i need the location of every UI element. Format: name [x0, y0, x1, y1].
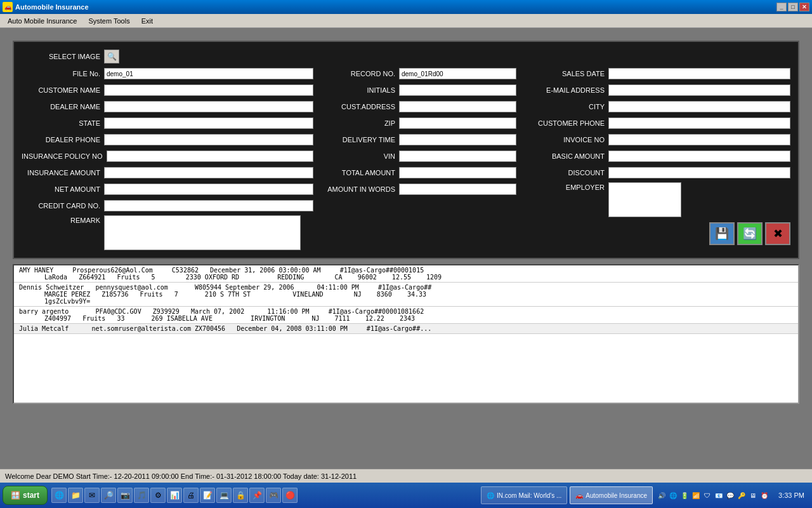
tray-icon-5[interactable]: 🛡	[702, 490, 712, 500]
title-bar-left: 🚗 Automobile Insurance	[3, 2, 89, 12]
taskbar: 🪟 start 🌐 📁 ✉ 🔎 📷 🎵 ⚙ 📊 🖨 📝 💻 🔒 📌 🎮 🔴 🌐 …	[0, 483, 812, 508]
menu-item-exit[interactable]: Exit	[136, 16, 158, 26]
delivery-time-input[interactable]	[399, 134, 516, 145]
credit-card-no-input[interactable]	[104, 200, 313, 211]
customer-phone-input[interactable]	[608, 117, 790, 129]
delivery-time-label: DELIVERY TIME	[323, 136, 399, 144]
tray-icon-6[interactable]: 📧	[714, 490, 724, 500]
taskbar-icon-11[interactable]: 💻	[216, 488, 232, 503]
amount-in-words-input[interactable]	[399, 184, 516, 195]
window-title: Automobile Insurance	[15, 3, 89, 11]
email-address-row: E-MAIL ADDRESS	[526, 83, 790, 97]
tray-icon-1[interactable]: 🔊	[657, 490, 667, 500]
record-no-input[interactable]	[399, 68, 516, 79]
dealer-phone-input[interactable]	[104, 134, 313, 145]
invoice-no-row: INVOICE NO	[526, 133, 790, 147]
maximize-button[interactable]: □	[788, 3, 798, 11]
taskbar-icon-10[interactable]: 📝	[200, 488, 215, 503]
data-grid-wrapper: AMY HANEY Prosperous626@Aol.Com C532862 …	[13, 264, 799, 404]
tray-icon-3[interactable]: 🔋	[679, 490, 690, 500]
tray-icon-8[interactable]: 🔑	[737, 490, 747, 500]
total-amount-input[interactable]	[399, 167, 516, 178]
taskbar-icon-14[interactable]: 🎮	[266, 488, 281, 503]
dealer-name-row: DEALER NAME	[22, 100, 313, 114]
taskbar-icon-3[interactable]: ✉	[84, 488, 100, 503]
refresh-button[interactable]: 🔄	[737, 222, 763, 245]
insurance-policy-no-input[interactable]	[107, 150, 313, 162]
table-row[interactable]: Julia Metcalf net.somruser@alterista.com…	[14, 324, 798, 334]
initials-input[interactable]	[399, 84, 516, 96]
menu-item-auto-mobile-insurance[interactable]: Auto Mobile Insurance	[3, 16, 82, 26]
save-button[interactable]: 💾	[709, 222, 735, 245]
insurance-amount-input[interactable]	[104, 167, 313, 178]
city-label: CITY	[526, 103, 608, 110]
file-no-input[interactable]	[104, 68, 313, 79]
tray-icon-7[interactable]: 💬	[725, 490, 735, 500]
title-bar-controls: _ □ ✕	[776, 3, 809, 11]
minimize-button[interactable]: _	[776, 3, 787, 11]
zip-label: ZIP	[323, 119, 399, 127]
form-column-1: FILE No. CUSTOMER NAME DEALER NAME STATE	[22, 67, 313, 250]
data-grid-scroll[interactable]: AMY HANEY Prosperous626@Aol.Com C532862 …	[13, 264, 799, 404]
insurance-amount-label: INSURANCE AMOUNT	[22, 169, 104, 177]
taskbar-icon-1[interactable]: 🌐	[51, 488, 67, 503]
tray-icon-10[interactable]: ⏰	[759, 490, 769, 500]
vin-label: VIN	[323, 152, 399, 160]
insurance-policy-no-label: INSURANCE POLICY NO	[22, 152, 107, 160]
table-row[interactable]: AMY HANEY Prosperous626@Aol.Com C532862 …	[14, 265, 798, 283]
total-amount-row: TOTAL AMOUNT	[323, 166, 516, 180]
start-button[interactable]: 🪟 start	[3, 486, 48, 505]
taskbar-icon-12[interactable]: 🔒	[233, 488, 248, 503]
taskbar-icon-6[interactable]: 🎵	[134, 488, 149, 503]
zip-input[interactable]	[399, 117, 516, 129]
taskbar-icon-13[interactable]: 📌	[249, 488, 265, 503]
state-input[interactable]	[104, 117, 313, 129]
tray-icon-2[interactable]: 🌐	[668, 490, 678, 500]
discount-label: DISCOUNT	[526, 169, 608, 177]
customer-phone-row: CUSTOMER PHONE	[526, 116, 790, 130]
taskbar-icon-7[interactable]: ⚙	[150, 488, 166, 503]
taskbar-icon-5[interactable]: 📷	[117, 488, 133, 503]
credit-card-no-row: CREDIT CARD NO.	[22, 199, 313, 213]
tray-icon-4[interactable]: 📶	[691, 490, 701, 500]
discount-input[interactable]	[608, 167, 790, 178]
taskbar-icon-9[interactable]: 🖨	[183, 488, 199, 503]
remark-textarea[interactable]	[104, 215, 301, 250]
close-button[interactable]: ✖	[765, 222, 790, 245]
invoice-no-input[interactable]	[608, 134, 790, 145]
form-panel: SELECT IMAGE 🔍 FILE No. CUSTOMER NAME	[13, 41, 799, 259]
dealer-name-input[interactable]	[104, 101, 313, 112]
table-row[interactable]: barry argento PFA0@CDC.GOV Z939929 March…	[14, 307, 798, 324]
taskbar-icon-15[interactable]: 🔴	[282, 488, 298, 503]
remark-row: REMARK	[22, 215, 313, 250]
status-bar: Welcome Dear DEMO Start Time:- 12-20-201…	[0, 469, 812, 483]
menu-item-system-tools[interactable]: System Tools	[83, 16, 134, 26]
state-label: STATE	[22, 119, 104, 127]
total-amount-label: TOTAL AMOUNT	[323, 169, 399, 177]
amount-in-words-label: AMOUNT IN WORDS	[323, 185, 399, 193]
vin-input[interactable]	[399, 150, 516, 162]
taskbar-app-automobile[interactable]: 🚗 Automobile Insurance	[570, 486, 653, 504]
table-row[interactable]: Dennis Schweitzer pennysquest@aol.com W8…	[14, 283, 798, 307]
taskbar-apps: 🌐 IN.com Mail: World's ... 🚗 Automobile …	[481, 486, 653, 504]
city-input[interactable]	[608, 101, 790, 112]
taskbar-icon-4[interactable]: 🔎	[101, 488, 116, 503]
tray-icon-9[interactable]: 🖥	[748, 490, 758, 500]
taskbar-app-incom[interactable]: 🌐 IN.com Mail: World's ...	[481, 486, 567, 504]
sales-date-input[interactable]	[608, 68, 790, 79]
customer-name-input[interactable]	[104, 84, 313, 96]
basic-amount-input[interactable]	[608, 150, 790, 162]
taskbar-icon-8[interactable]: 📊	[167, 488, 182, 503]
initials-row: INITIALS	[323, 83, 516, 97]
title-bar: 🚗 Automobile Insurance _ □ ✕	[0, 0, 812, 14]
cust-address-input[interactable]	[399, 101, 516, 112]
taskbar-icon-2[interactable]: 📁	[68, 488, 83, 503]
employer-box	[608, 182, 681, 217]
state-row: STATE	[22, 116, 313, 130]
initials-label: INITIALS	[323, 86, 399, 94]
window-close-button[interactable]: ✕	[799, 3, 809, 11]
dealer-name-label: DEALER NAME	[22, 103, 104, 110]
select-image-button[interactable]: 🔍	[104, 50, 119, 64]
net-amount-input[interactable]	[104, 184, 313, 195]
email-address-input[interactable]	[608, 84, 790, 96]
